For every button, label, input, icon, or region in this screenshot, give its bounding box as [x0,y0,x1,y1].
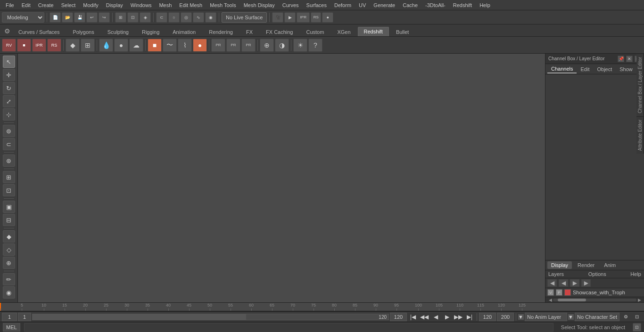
disp-tab-anim[interactable]: Anim [600,261,619,269]
render-region[interactable]: ▣ [3,201,15,213]
paint-btn[interactable]: ○ [168,12,180,23]
menu-uv[interactable]: UV [355,1,370,9]
shelf-tab-sculpting[interactable]: Sculpting [101,27,135,36]
help-tab[interactable]: Help [630,271,641,277]
ch-tab-object[interactable]: Object [593,65,616,73]
shelf-tab-rigging[interactable]: Rigging [136,27,165,36]
shape-btn[interactable]: ◉ [205,12,216,23]
shelf-tab-polygons[interactable]: Polygons [66,27,100,36]
cb-close-btn[interactable]: ✕ [626,56,633,62]
layer-playback-btn[interactable]: P [556,289,562,296]
shelf-icon-cloud[interactable]: ☁ [129,39,143,52]
universal-manip[interactable]: ⊹ [3,108,15,121]
scrollbar-thumb[interactable] [558,299,586,301]
shelf-icon-sphere[interactable]: ● [114,39,128,52]
anim-layer-arrow[interactable]: ▼ [518,314,524,320]
playback-stepfwd-btn[interactable]: ▶▶ [453,312,463,322]
disp-tab-render[interactable]: Render [574,261,598,269]
anim-prefs-btn[interactable]: ⚙ [620,312,631,322]
shelf-icon-render2[interactable]: ◑ [275,39,289,52]
menu-edit[interactable]: Edit [18,1,34,9]
playback-end-btn[interactable]: ▶| [464,312,475,322]
range-bar[interactable]: 120 [32,314,389,320]
menu-3dtoall[interactable]: -3DtoAll- [421,1,449,9]
shelf-icon-help[interactable]: ? [308,39,322,52]
new-file-btn[interactable]: 📄 [50,12,61,23]
menu-curves[interactable]: Curves [279,1,303,9]
scroll-left-arrow[interactable]: ◀ [547,297,553,303]
show-manip[interactable]: ⊛ [3,154,15,167]
shelf-tab-custom[interactable]: Custom [300,27,330,36]
script-language[interactable]: MEL [3,323,20,332]
max-end-input[interactable] [497,313,514,321]
rs-btn[interactable]: RS [311,12,321,23]
char-set-arrow[interactable]: ▼ [568,314,574,320]
snap-curve[interactable]: ⊡ [3,184,15,196]
shelf-icon-cube[interactable]: ■ [148,39,162,52]
curve-btn[interactable]: ∿ [193,12,204,23]
shelf-icon-ipr[interactable]: IPR [32,39,46,52]
anim-extra-btn[interactable]: ⊡ [632,312,642,322]
ch-tab-channels[interactable]: Channels [547,65,577,73]
playback-stepback-btn[interactable]: ◀◀ [419,312,429,322]
scale-tool[interactable]: ⤢ [3,95,15,107]
layer-row[interactable]: V P Showcase_with_Troph [545,288,644,297]
menu-create[interactable]: Create [34,1,58,9]
menu-select[interactable]: Select [58,1,80,9]
status-extra-btn[interactable]: ⊡ [633,323,641,332]
select-tool-btn[interactable]: ⊞ [115,12,126,23]
ch-tab-show[interactable]: Show [616,65,636,73]
open-btn[interactable]: 📂 [62,12,73,23]
max-frame-input[interactable] [479,313,496,321]
breakdown[interactable]: ◇ [3,243,15,256]
shelf-icon-rv[interactable]: RV [2,39,16,52]
redo-btn[interactable]: ↪ [99,12,110,23]
shelf-tab-animation[interactable]: Animation [166,27,202,36]
disp-tab-display[interactable]: Display [547,261,572,269]
menu-display[interactable]: Display [102,1,127,9]
shelf-icon-grid[interactable]: ⊞ [81,39,95,52]
snap-btn[interactable]: ⊡ [127,12,139,23]
menu-generate[interactable]: Generate [370,1,399,9]
shelf-tab-fxcaching[interactable]: FX Caching [260,27,299,36]
set-key[interactable]: ◆ [3,230,15,243]
ch-tab-edit[interactable]: Edit [577,65,593,73]
layer-color-swatch[interactable] [564,289,571,296]
menu-mesh[interactable]: Mesh [155,1,175,9]
workspace-dropdown[interactable]: Modeling [2,12,44,23]
layer-add-btn[interactable]: ◀ [547,279,557,287]
menu-modify[interactable]: Modify [79,1,102,9]
no-char-set[interactable]: No Character Set [575,313,619,321]
shelf-tab-redshift[interactable]: Redshift [358,27,389,36]
sculpt-tool[interactable]: ◉ [3,286,15,299]
shelf-tab-bullet[interactable]: Bullet [390,27,415,36]
no-live-surface-indicator[interactable]: No Live Surface [222,12,267,23]
shelf-icon-diamond[interactable]: ◆ [66,39,80,52]
layer-end-btn[interactable]: ◀ [581,279,591,287]
soft-select-tool[interactable]: ⊚ [3,125,15,137]
shelf-icon-circle[interactable]: ● [193,39,207,52]
undo-btn[interactable]: ↩ [86,12,98,23]
menu-deform[interactable]: Deform [330,1,355,9]
menu-redshift[interactable]: Redshift [449,1,476,9]
menu-mesh-display[interactable]: Mesh Display [240,1,279,9]
shelf-icon-pr1[interactable]: PR [211,39,225,52]
layer-visible-btn[interactable]: V [547,289,554,296]
shelf-tab-xgen[interactable]: XGen [331,27,356,36]
menu-cache[interactable]: Cache [399,1,421,9]
menu-edit-mesh[interactable]: Edit Mesh [175,1,206,9]
select-tool[interactable]: ↖ [3,56,15,68]
playback-play-btn[interactable]: ▶ [442,312,452,322]
channel-box-side-label[interactable]: Channel Box / Layer Editor [636,54,644,116]
menu-windows[interactable]: Windows [127,1,156,9]
shelf-icon-pot[interactable]: ⊕ [260,39,274,52]
save-btn[interactable]: 💾 [74,12,85,23]
paint-brush[interactable]: ✏ [3,273,15,285]
menu-file[interactable]: File [2,1,18,9]
layers-tab[interactable]: Layers [548,271,564,277]
attribute-editor-side-label[interactable]: Attribute Editor [636,116,644,154]
circle-btn[interactable]: ● [322,12,333,23]
menu-surfaces[interactable]: Surfaces [303,1,330,9]
lasso-tool[interactable]: ⊂ [3,138,15,150]
shelf-icon-pr3[interactable]: PR [241,39,256,52]
